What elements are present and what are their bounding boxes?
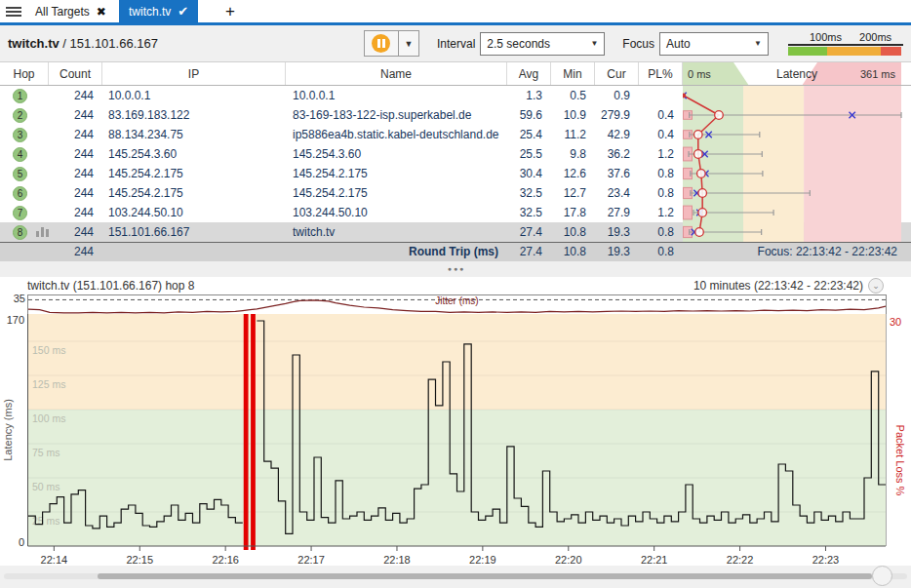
hop-ip: 145.254.2.175 <box>102 164 286 183</box>
table-row[interactable]: 4244145.254.3.60145.254.3.6025.59.836.21… <box>0 144 911 164</box>
pane-splitter[interactable]: ● ● ● <box>0 261 911 277</box>
hop-avg: 27.4 <box>507 222 551 242</box>
target-toolbar: twitch.tv / 151.101.66.167 ▼ Interval 2.… <box>0 25 911 62</box>
hop-avg: 32.5 <box>507 203 551 222</box>
x-axis-tick-label: 22:22 <box>727 554 754 566</box>
band-label: 100 ms <box>32 412 65 424</box>
table-row[interactable]: 5244145.254.2.175145.254.2.17530.412.637… <box>0 164 911 183</box>
hop-graph-cell <box>683 183 911 203</box>
summary-min: 10.8 <box>551 243 595 261</box>
col-header-pl[interactable]: PL% <box>639 62 683 85</box>
hop-pl: 1.2 <box>639 144 683 164</box>
interval-select[interactable]: 2.5 seconds ▼ <box>480 32 605 56</box>
y-axis-title: Latency (ms) <box>2 399 14 461</box>
hop-avg: 25.5 <box>507 144 551 164</box>
table-body: 124410.0.0.110.0.0.11.30.50.9224483.169.… <box>0 86 911 242</box>
tab-all-targets[interactable]: All Targets ✖ <box>25 0 116 22</box>
col-header-cur[interactable]: Cur <box>595 62 639 85</box>
latency-color-legend: 100ms200ms <box>788 31 903 56</box>
hop-pl <box>639 86 683 105</box>
summary-avg: 27.4 <box>507 243 551 261</box>
hop-cur: 27.9 <box>595 203 639 222</box>
tab-label: All Targets <box>35 5 90 19</box>
graph-scale-max: 361 ms <box>860 62 895 85</box>
legend-red <box>881 47 901 56</box>
hop-count: 244 <box>49 105 102 125</box>
legend-orange <box>827 47 881 56</box>
pause-button-group: ▼ <box>364 30 419 57</box>
hop-badge: 3 <box>13 128 27 142</box>
interval-label: Interval <box>437 37 475 51</box>
target-separator: / <box>59 36 70 51</box>
table-row[interactable]: 6244145.254.2.175145.254.2.17532.512.723… <box>0 183 911 203</box>
hop-badge: 2 <box>13 108 27 123</box>
hop-avg: 1.3 <box>507 86 551 105</box>
focus-select[interactable]: Auto ▼ <box>659 32 769 56</box>
latency-timeline-chart[interactable]: 150 ms125 ms100 ms75 ms50 ms25 ms1700Lat… <box>0 314 911 566</box>
col-header-hop[interactable]: Hop <box>0 62 49 85</box>
table-header-row: Hop Count IP Name Avg Min Cur PL% 0 ms L… <box>0 62 911 86</box>
hop-ip: 151.101.66.167 <box>102 222 286 242</box>
pingplotter-window: All Targets ✖ twitch.tv ✔ + twitch.tv / … <box>0 0 911 588</box>
focus-value: Auto <box>666 37 744 51</box>
hop-count: 244 <box>49 144 102 164</box>
target-ip: 151.101.66.167 <box>70 36 158 51</box>
hop-graph-cell <box>683 105 911 125</box>
hop-min: 12.6 <box>551 164 595 183</box>
col-header-count[interactable]: Count <box>49 62 102 85</box>
check-icon: ✔ <box>178 4 188 19</box>
y-axis-min-label: 0 <box>19 536 24 548</box>
summary-row: 244 Round Trip (ms) 27.4 10.8 19.3 0.8 F… <box>0 242 911 261</box>
hop-pl: 0.8 <box>639 222 683 242</box>
summary-count: 244 <box>49 243 102 261</box>
tab-twitch-tv[interactable]: twitch.tv ✔ <box>119 0 198 22</box>
col-header-name[interactable]: Name <box>286 62 507 85</box>
x-axis-tick-label: 22:23 <box>812 554 840 566</box>
hop-graph-cell <box>683 125 911 144</box>
band-label: 125 ms <box>32 378 65 390</box>
hop-cur: 279.9 <box>595 105 639 125</box>
pause-dropdown-button[interactable]: ▼ <box>399 30 419 57</box>
x-axis-tick-label: 22:15 <box>127 554 154 566</box>
hop-min: 0.5 <box>551 86 595 105</box>
hop-badge: 7 <box>13 206 27 220</box>
jitter-chart[interactable]: Jitter (ms) <box>27 294 887 316</box>
hop-name: 145.254.3.60 <box>286 144 507 164</box>
hop-name: 145.254.2.175 <box>286 164 507 183</box>
timeline-range-chevron-icon[interactable]: ⌄ <box>868 278 884 294</box>
x-axis-tick-label: 22:18 <box>383 554 411 566</box>
hop-ip: 145.254.3.60 <box>102 144 286 164</box>
close-icon[interactable]: ✖ <box>97 5 106 19</box>
legend-gradient-bar <box>788 47 903 56</box>
horizontal-scrollbar <box>0 566 911 588</box>
table-row[interactable]: 7244103.244.50.10103.244.50.1032.517.827… <box>0 203 911 222</box>
x-axis-tick-label: 22:14 <box>41 554 68 566</box>
x-axis-tick-label: 22:19 <box>469 554 496 566</box>
hop-count: 244 <box>49 164 102 183</box>
col-header-min[interactable]: Min <box>551 62 595 85</box>
col-header-latency-graph: 0 ms Latency 361 ms <box>683 62 911 85</box>
hop-name: twitch.tv <box>286 222 507 242</box>
chevron-down-icon: ▼ <box>590 39 598 48</box>
new-tab-button[interactable]: + <box>219 1 241 22</box>
timeline-header: twitch.tv (151.101.66.167) hop 8 10 minu… <box>0 277 911 294</box>
hop-badge: 4 <box>13 147 27 162</box>
hop-name: 83-169-183-122-isp.superkabel.de <box>286 105 507 125</box>
col-header-avg[interactable]: Avg <box>507 62 551 85</box>
hop-badge: 8 <box>13 225 27 240</box>
tab-bar: All Targets ✖ twitch.tv ✔ + <box>0 0 911 25</box>
menu-hamburger-icon[interactable] <box>6 5 21 19</box>
table-row[interactable]: 324488.134.234.75ip5886ea4b.static.kabel… <box>0 125 911 144</box>
hop-pl: 0.8 <box>639 164 683 183</box>
table-row[interactable]: 8244151.101.66.167twitch.tv27.410.819.30… <box>0 222 911 242</box>
table-row[interactable]: 224483.169.183.12283-169-183-122-isp.sup… <box>0 105 911 125</box>
col-header-ip[interactable]: IP <box>102 62 286 85</box>
hop-graph-cell <box>683 222 911 242</box>
pause-button[interactable] <box>364 30 399 57</box>
hop-cur: 37.6 <box>595 164 639 183</box>
hop-name: 145.254.2.175 <box>286 183 507 203</box>
table-row[interactable]: 124410.0.0.110.0.0.11.30.50.9 <box>0 86 911 105</box>
x-axis-tick-label: 22:16 <box>212 554 239 566</box>
scrollbar-bar[interactable] <box>98 573 872 579</box>
scrollbar-thumb[interactable] <box>872 566 892 586</box>
